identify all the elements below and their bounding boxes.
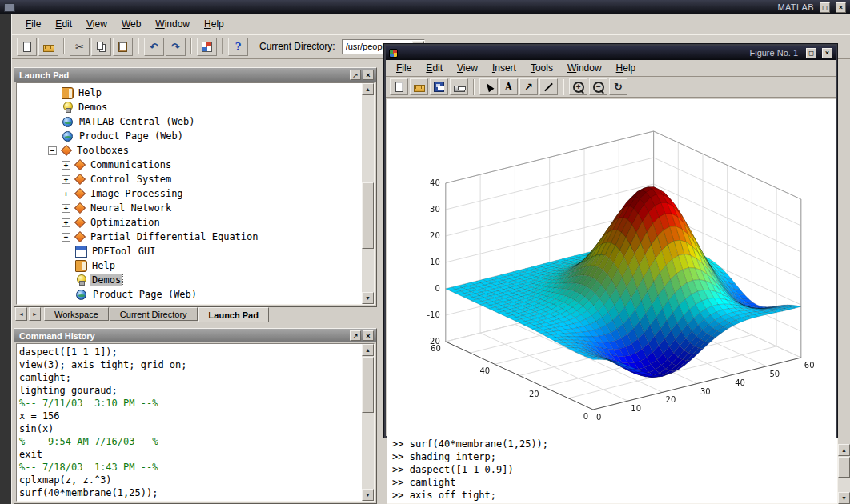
tree-item-help[interactable]: Help	[18, 86, 361, 100]
scroll-down-icon[interactable]	[362, 489, 374, 501]
expand-icon[interactable]: +	[62, 161, 70, 170]
history-line[interactable]: sin(x)	[19, 422, 361, 435]
close-icon[interactable]	[363, 330, 374, 341]
fig-menu-file[interactable]: File	[389, 61, 419, 75]
figure-titlebar[interactable]: Figure No. 1	[386, 46, 836, 60]
tree-item-image-processing[interactable]: +Image Processing	[18, 186, 361, 201]
new-figure-button[interactable]	[390, 78, 408, 95]
insert-arrow-button[interactable]	[519, 78, 538, 95]
tab-current-directory[interactable]: Current Directory	[110, 307, 198, 321]
history-line[interactable]: shading interp;	[19, 499, 361, 502]
open-button[interactable]	[38, 38, 58, 56]
fig-menu-insert[interactable]: Insert	[485, 61, 523, 75]
expand-icon[interactable]: +	[62, 218, 70, 227]
history-line[interactable]: cplxmap(z, z.^3)	[19, 474, 361, 486]
tree-item-demos[interactable]: Demos	[18, 273, 361, 287]
open-file-button[interactable]	[410, 78, 428, 95]
undock-icon[interactable]	[350, 70, 361, 80]
menu-help[interactable]: Help	[197, 17, 231, 31]
history-line[interactable]: view(3); axis tight; grid on;	[19, 358, 361, 371]
toolbox-icon	[74, 174, 86, 186]
os-titlebar[interactable]: MATLAB	[0, 0, 850, 14]
tree-item-neural-network[interactable]: +Neural Network	[18, 201, 361, 215]
expand-icon[interactable]: +	[62, 190, 70, 198]
history-line[interactable]: %-- 7/11/03 3:10 PM --%	[19, 397, 361, 410]
history-line[interactable]: surf(40*membrane(1,25));	[19, 486, 361, 499]
collapse-icon[interactable]: −	[62, 233, 70, 242]
tree-item-optimization[interactable]: +Optimization	[18, 215, 361, 230]
zoom-out-button[interactable]	[589, 78, 607, 95]
tree-item-control-system[interactable]: +Control System	[18, 172, 361, 186]
maximize-button[interactable]	[806, 48, 816, 58]
menu-file[interactable]: File	[18, 17, 48, 31]
command-history-titlebar[interactable]: Command History	[14, 329, 376, 342]
fig-menu-view[interactable]: View	[450, 61, 485, 75]
insert-text-button[interactable]	[499, 78, 518, 95]
tree-item-toolboxes[interactable]: −Toolboxes	[18, 143, 361, 158]
close-button[interactable]	[822, 48, 832, 58]
scrollbar-thumb[interactable]	[362, 182, 374, 249]
expand-icon[interactable]: +	[62, 204, 70, 213]
tree-item-pdetool-gui[interactable]: PDETool GUI	[18, 244, 361, 258]
save-figure-button[interactable]	[430, 78, 448, 95]
tree-item-product-page-web[interactable]: Product Page (Web)	[18, 287, 361, 302]
expand-icon[interactable]: +	[62, 175, 70, 184]
print-figure-button[interactable]	[450, 78, 468, 95]
edit-plot-button[interactable]	[479, 78, 498, 95]
tree-item-help[interactable]: Help	[18, 258, 361, 273]
figure-axes-canvas[interactable]	[387, 99, 836, 438]
insert-line-button[interactable]	[539, 78, 558, 95]
tab-workspace[interactable]: Workspace	[44, 307, 109, 321]
paste-button[interactable]	[113, 38, 133, 56]
launch-pad-titlebar[interactable]: Launch Pad	[14, 68, 376, 82]
menu-web[interactable]: Web	[114, 17, 148, 31]
tree-item-partial-differential-equation[interactable]: −Partial Differential Equation	[18, 230, 361, 244]
maximize-button[interactable]	[820, 2, 830, 13]
scrollbar-thumb[interactable]	[362, 357, 374, 413]
command-history-scrollbar[interactable]	[362, 344, 374, 501]
tree-item-product-page-web[interactable]: Product Page (Web)	[18, 129, 361, 143]
history-line[interactable]: daspect([1 1 1]);	[19, 346, 361, 358]
close-icon[interactable]	[363, 70, 374, 80]
fig-menu-tools[interactable]: Tools	[523, 61, 560, 75]
tree-item-demos[interactable]: Demos	[18, 100, 361, 114]
new-button[interactable]	[17, 38, 37, 56]
undock-icon[interactable]	[350, 330, 361, 341]
history-line[interactable]: %-- 9:54 AM 7/16/03 --%	[19, 435, 361, 448]
help-button[interactable]	[228, 38, 248, 56]
rotate-3d-button[interactable]	[609, 78, 627, 95]
history-line[interactable]: %-- 7/18/03 1:43 PM --%	[19, 461, 361, 474]
history-line[interactable]: camlight;	[19, 371, 361, 384]
launch-pad-scrollbar[interactable]	[362, 83, 374, 304]
scrollbar-thumb[interactable]	[838, 457, 850, 478]
undo-button[interactable]	[144, 38, 164, 56]
menu-edit[interactable]: Edit	[48, 17, 79, 31]
zoom-in-button[interactable]	[569, 78, 587, 95]
figure-toolbar	[386, 77, 836, 98]
tree-item-matlab-central-web[interactable]: MATLAB Central (Web)	[18, 114, 361, 129]
command-window-scrollbar[interactable]	[838, 444, 850, 504]
menu-window[interactable]: Window	[148, 17, 197, 31]
scroll-up-icon[interactable]	[362, 83, 374, 95]
history-line[interactable]: lighting gouraud;	[19, 384, 361, 397]
tab-scroll-right-button[interactable]: ►	[29, 307, 41, 321]
scroll-up-icon[interactable]	[838, 444, 850, 456]
history-line[interactable]: exit	[19, 448, 361, 461]
copy-button[interactable]	[91, 38, 111, 56]
tab-launch-pad[interactable]: Launch Pad	[198, 307, 269, 322]
scroll-down-icon[interactable]	[362, 292, 374, 304]
tab-scroll-left-button[interactable]: ◄	[15, 307, 27, 321]
menu-view[interactable]: View	[79, 17, 114, 31]
close-button[interactable]	[836, 2, 846, 13]
cut-button[interactable]	[70, 38, 90, 56]
history-line[interactable]: x = 156	[19, 410, 361, 422]
scroll-down-icon[interactable]	[838, 492, 850, 504]
fig-menu-edit[interactable]: Edit	[419, 61, 450, 75]
collapse-icon[interactable]: −	[48, 146, 57, 155]
simulink-button[interactable]	[197, 38, 217, 56]
scroll-up-icon[interactable]	[362, 344, 374, 356]
redo-button[interactable]	[166, 38, 186, 56]
fig-menu-window[interactable]: Window	[560, 61, 609, 75]
fig-menu-help[interactable]: Help	[609, 61, 644, 75]
tree-item-communications[interactable]: +Communications	[18, 158, 361, 172]
